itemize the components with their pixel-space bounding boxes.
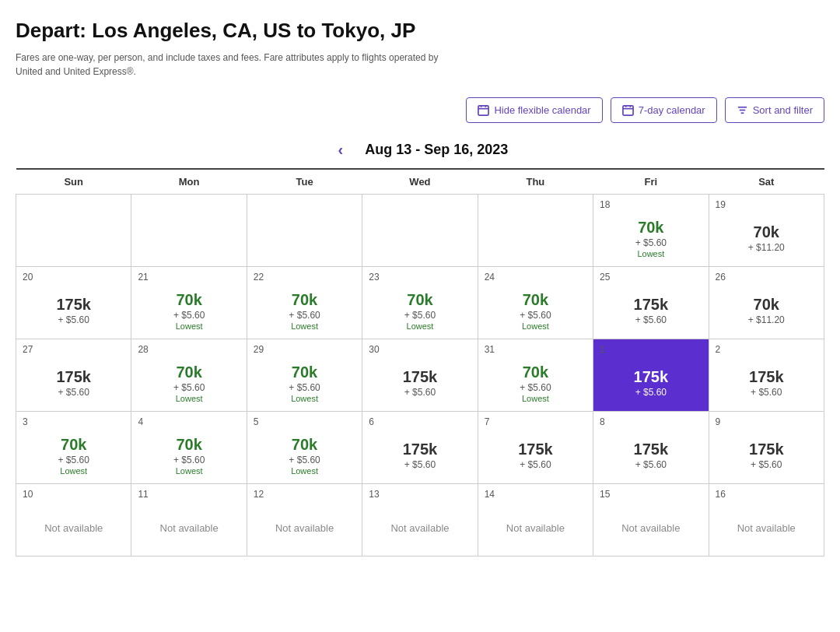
calendar-table: SunMonTueWedThuFriSat 1870k+ $5.60Lowest… [16,168,824,557]
cell-date-number: 23 [369,272,471,283]
day-header-mon: Mon [131,169,247,195]
calendar-cell[interactable]: 2670k+ $11.20 [709,267,824,339]
calendar-cell[interactable]: 7175k+ $5.60 [478,412,593,484]
not-available-label: Not available [737,522,796,534]
calendar-cell[interactable]: 3170k+ $5.60Lowest [478,339,593,412]
miles-value: 70k [292,363,317,381]
calendar-cell: 14Not available [478,484,593,557]
seven-day-calendar-button[interactable]: 7-day calendar [611,97,717,123]
fee-value: + $5.60 [635,459,667,470]
calendar-header-row: SunMonTueWedThuFriSat [16,169,824,195]
calendar-cell[interactable]: 30175k+ $5.60 [362,339,478,412]
lowest-label: Lowest [60,466,87,476]
miles-value: 175k [749,368,784,386]
calendar-cell[interactable]: 9175k+ $5.60 [709,412,824,484]
cell-content: 70k+ $5.60Lowest [369,287,471,334]
cell-date-number: 14 [485,489,586,500]
calendar-cell[interactable]: 2470k+ $5.60Lowest [478,267,593,339]
svg-rect-0 [478,106,488,115]
miles-value: 175k [634,296,669,314]
calendar-cell[interactable]: 1175k+ $5.60 [593,339,709,412]
cell-date-number: 10 [23,489,124,500]
lowest-label: Lowest [176,321,203,331]
lowest-label: Lowest [176,394,203,403]
not-available-label: Not available [621,522,680,534]
fee-value: + $5.60 [404,310,436,321]
calendar-cell[interactable]: 2270k+ $5.60Lowest [247,267,362,339]
cell-date-number: 4 [138,416,240,427]
calendar-cell[interactable]: 27175k+ $5.60 [16,339,131,412]
date-range-label: Aug 13 - Sep 16, 2023 [365,142,508,158]
miles-value: 175k [518,441,553,458]
calendar-cell[interactable]: 1870k+ $5.60Lowest [593,195,709,267]
cell-content: 175k+ $5.60 [23,360,124,406]
calendar-cell[interactable]: 25175k+ $5.60 [593,267,709,339]
cell-date-number: 24 [485,272,586,283]
toolbar: Hide flexible calendar 7-day calendar So… [16,97,824,123]
cell-content: 175k+ $5.60 [716,360,817,406]
calendar-cell: 12Not available [247,484,362,557]
cell-date-number: 2 [716,344,817,355]
miles-value: 70k [176,436,201,454]
day-header-tue: Tue [247,169,362,195]
calendar-cell[interactable]: 2175k+ $5.60 [709,339,824,412]
calendar-cell [131,195,247,267]
cell-content: 70k+ $5.60Lowest [254,432,355,479]
cell-content: Not available [23,504,124,551]
calendar-cell [478,195,593,267]
lowest-label: Lowest [291,321,318,331]
not-available-label: Not available [390,522,449,534]
calendar-row-2: 27175k+ $5.602870k+ $5.60Lowest2970k+ $5… [16,339,824,412]
cell-content: 175k+ $5.60 [600,287,702,334]
calendar-cell[interactable]: 2970k+ $5.60Lowest [247,339,362,412]
calendar-row-1: 20175k+ $5.602170k+ $5.60Lowest2270k+ $5… [16,267,824,339]
calendar-row-4: 10Not available11Not available12Not avai… [16,484,824,557]
cell-date-number: 31 [485,344,586,355]
cell-content: 70k+ $11.20 [716,215,817,262]
calendar-cell [16,195,131,267]
fee-value: + $11.20 [748,314,785,325]
calendar-cell[interactable]: 20175k+ $5.60 [16,267,131,339]
calendar-cell[interactable]: 470k+ $5.60Lowest [131,412,247,484]
calendar-cell [247,195,362,267]
calendar-cell[interactable]: 2870k+ $5.60Lowest [131,339,247,412]
day-header-wed: Wed [362,169,478,195]
cell-date-number: 3 [23,416,124,427]
calendar-cell[interactable]: 6175k+ $5.60 [362,412,478,484]
cell-content: 70k+ $5.60Lowest [254,360,355,406]
prev-month-button[interactable]: ‹ [332,139,350,160]
lowest-label: Lowest [291,394,318,403]
calendar-cell[interactable]: 2370k+ $5.60Lowest [362,267,478,339]
fee-value: + $5.60 [58,314,89,325]
not-available-label: Not available [160,522,219,534]
calendar-cell: 11Not available [131,484,247,557]
lowest-label: Lowest [176,466,203,476]
miles-value: 70k [523,363,548,381]
cell-content: 175k+ $5.60 [23,287,124,334]
calendar-cell[interactable]: 2170k+ $5.60Lowest [131,267,247,339]
miles-value: 70k [61,436,86,454]
lowest-label: Lowest [522,321,549,331]
calendar-cell[interactable]: 8175k+ $5.60 [593,412,709,484]
fee-value: + $5.60 [404,387,436,398]
miles-value: 70k [176,363,201,381]
calendar-cell[interactable]: 370k+ $5.60Lowest [16,412,131,484]
miles-value: 70k [292,436,317,454]
cell-date-number: 7 [485,416,586,427]
hide-flexible-calendar-button[interactable]: Hide flexible calendar [466,97,602,123]
cell-content: 175k+ $5.60 [716,432,817,479]
calendar-icon [478,104,489,116]
cell-date-number: 27 [23,344,124,355]
calendar-cell[interactable]: 570k+ $5.60Lowest [247,412,362,484]
not-available-label: Not available [44,522,103,534]
miles-value: 175k [56,296,91,314]
cell-content: 175k+ $5.60 [369,432,471,479]
lowest-label: Lowest [407,321,434,331]
fee-value: + $5.60 [635,237,667,248]
cell-date-number: 9 [716,416,817,427]
cell-date-number: 19 [716,199,817,210]
miles-value: 70k [754,296,779,314]
fee-value: + $5.60 [289,455,320,465]
calendar-cell[interactable]: 1970k+ $11.20 [709,195,824,267]
sort-and-filter-button[interactable]: Sort and filter [725,97,824,123]
